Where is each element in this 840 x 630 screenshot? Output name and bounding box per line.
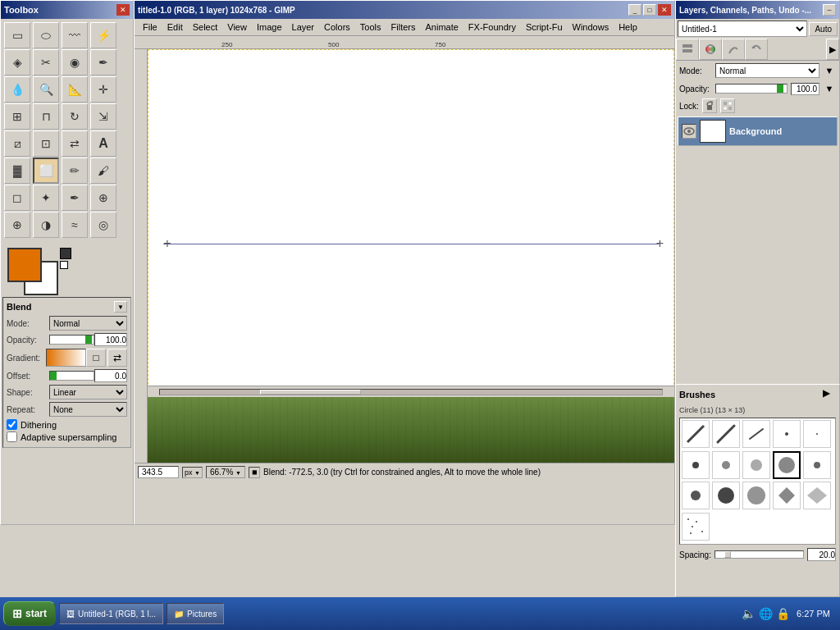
- paths-tool[interactable]: ✒: [90, 49, 116, 75]
- brush-item-3[interactable]: [742, 420, 770, 448]
- layers-minimize-button[interactable]: ─: [823, 4, 836, 16]
- by-color-select-tool[interactable]: ◈: [4, 49, 30, 75]
- start-button[interactable]: ⊞ start: [3, 601, 56, 626]
- gradient-open-button[interactable]: □: [86, 349, 106, 367]
- h-scrollbar-track[interactable]: [159, 389, 663, 395]
- tab-paths[interactable]: [722, 39, 745, 60]
- menu-tools[interactable]: Tools: [355, 21, 386, 34]
- foreground-color-swatch[interactable]: [7, 248, 42, 282]
- blend-repeat-select[interactable]: None: [49, 402, 127, 417]
- layers-panel-menu[interactable]: ▶: [826, 39, 839, 60]
- flip-tool[interactable]: ⇄: [62, 130, 88, 157]
- tab-channels[interactable]: [699, 39, 722, 60]
- menu-help[interactable]: Help: [614, 21, 642, 34]
- status-zoom[interactable]: 66.7% ▼: [206, 466, 245, 478]
- heal-tool[interactable]: ⊕: [4, 212, 30, 238]
- layer-opacity-expand[interactable]: ▼: [823, 82, 836, 95]
- crop-tool[interactable]: ⊓: [33, 103, 59, 130]
- clone-tool[interactable]: ⊕: [90, 185, 116, 211]
- layer-visibility-eye[interactable]: [682, 124, 696, 139]
- blend-tool[interactable]: ⬜: [33, 158, 59, 184]
- menu-edit[interactable]: Edit: [162, 21, 188, 34]
- reset-colors-icon[interactable]: [60, 248, 71, 259]
- ellipse-select-tool[interactable]: ⬭: [33, 22, 59, 48]
- scrollbar-horizontal[interactable]: [148, 386, 674, 397]
- canvas-bg[interactable]: + +: [148, 49, 674, 463]
- dithering-checkbox[interactable]: [7, 419, 17, 430]
- volume-icon[interactable]: 🔈: [742, 607, 756, 620]
- brush-item-16[interactable]: [682, 513, 710, 541]
- scale-tool[interactable]: ⇲: [90, 103, 116, 130]
- spacing-slider[interactable]: [714, 550, 804, 559]
- ink-tool[interactable]: ✒: [62, 185, 88, 211]
- paintbrush-tool[interactable]: 🖌: [90, 158, 116, 184]
- main-minimize-button[interactable]: _: [628, 4, 641, 16]
- blend-shape-select[interactable]: Linear: [49, 385, 127, 399]
- brush-item-4[interactable]: [773, 420, 801, 448]
- foreground-select-tool[interactable]: ◉: [62, 49, 88, 75]
- menu-filters[interactable]: Filters: [386, 21, 421, 34]
- tab-undo[interactable]: [745, 39, 768, 60]
- layer-opacity-input[interactable]: 100.0: [791, 83, 819, 95]
- network-icon[interactable]: 🌐: [759, 607, 773, 620]
- nav-toggle[interactable]: ◼: [249, 467, 260, 478]
- brush-item-8[interactable]: [742, 451, 770, 479]
- blend-opacity-slider[interactable]: [49, 335, 94, 345]
- color-picker-tool[interactable]: 💧: [4, 76, 30, 103]
- layers-auto-button[interactable]: Auto: [809, 22, 838, 36]
- brush-item-11[interactable]: [682, 482, 710, 509]
- menu-script-fu[interactable]: Script-Fu: [521, 21, 568, 34]
- menu-windows[interactable]: Windows: [568, 21, 614, 34]
- text-tool[interactable]: A: [90, 130, 116, 157]
- brush-item-15[interactable]: [803, 482, 831, 509]
- brush-item-2[interactable]: [712, 420, 740, 448]
- menu-fx-foundry[interactable]: FX-Foundry: [463, 21, 521, 34]
- lock-alpha-button[interactable]: [720, 98, 735, 113]
- taskbar-pictures-item[interactable]: 📁 Pictures: [167, 603, 224, 624]
- taskbar-gimp-item[interactable]: 🖼 Untitled-1 (RGB, 1 l...: [59, 603, 163, 624]
- main-close-button[interactable]: ✕: [658, 4, 671, 16]
- toolbox-close-button[interactable]: ✕: [116, 4, 130, 16]
- menu-image[interactable]: Image: [252, 21, 287, 34]
- menu-view[interactable]: View: [222, 21, 252, 34]
- brush-item-1[interactable]: [682, 420, 710, 448]
- brush-item-9[interactable]: [773, 451, 801, 479]
- gradient-preview[interactable]: [46, 349, 86, 367]
- tab-layers[interactable]: [676, 39, 699, 60]
- menu-colors[interactable]: Colors: [319, 21, 355, 34]
- zoom-tool[interactable]: 🔍: [33, 76, 59, 103]
- bucket-fill-tool[interactable]: ▓: [4, 158, 30, 184]
- menu-select[interactable]: Select: [188, 21, 223, 34]
- menu-file[interactable]: File: [138, 21, 162, 34]
- smudge-tool[interactable]: ≈: [62, 212, 88, 238]
- scissors-tool[interactable]: ✂: [33, 49, 59, 75]
- align-tool[interactable]: ⊞: [4, 103, 30, 130]
- convolve-tool[interactable]: ◎: [90, 212, 116, 238]
- eraser-tool[interactable]: ◻: [4, 185, 30, 211]
- spacing-input[interactable]: 20.0: [807, 548, 836, 561]
- move-tool[interactable]: ✛: [90, 76, 116, 103]
- layer-background-item[interactable]: Background: [678, 116, 838, 146]
- blend-offset-input[interactable]: 0.0: [94, 369, 127, 382]
- measure-tool[interactable]: 📐: [62, 76, 88, 103]
- fuzzy-select-tool[interactable]: ⚡: [90, 22, 116, 48]
- perspective-tool[interactable]: ⊡: [33, 130, 59, 157]
- rotate-tool[interactable]: ↻: [62, 103, 88, 130]
- dodge-burn-tool[interactable]: ◑: [33, 212, 59, 238]
- pencil-tool[interactable]: ✏: [62, 158, 88, 184]
- brush-item-6[interactable]: [682, 451, 710, 479]
- blend-opacity-input[interactable]: 100.0: [94, 333, 127, 346]
- brush-item-12[interactable]: [712, 482, 740, 509]
- swap-colors-icon[interactable]: [60, 261, 68, 269]
- brush-item-10[interactable]: [803, 451, 831, 479]
- blend-mode-select[interactable]: Normal: [49, 316, 127, 331]
- brush-item-14[interactable]: [773, 482, 801, 509]
- brushes-panel-expand[interactable]: ▶: [823, 388, 836, 401]
- adaptive-checkbox[interactable]: [7, 431, 17, 442]
- layer-opacity-slider[interactable]: [715, 84, 788, 94]
- brush-item-5[interactable]: [803, 420, 831, 448]
- main-maximize-button[interactable]: □: [643, 4, 656, 16]
- rect-select-tool[interactable]: ▭: [4, 22, 30, 48]
- layer-mode-expand[interactable]: ▼: [823, 63, 836, 78]
- blend-offset-slider[interactable]: [49, 371, 94, 381]
